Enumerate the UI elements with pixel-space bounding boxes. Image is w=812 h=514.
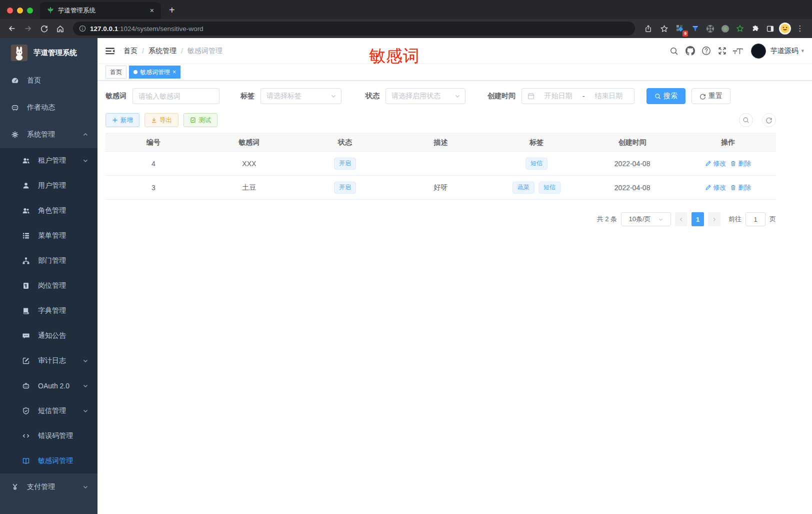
delete-link[interactable]: 删除 <box>730 183 751 192</box>
extension-record-icon[interactable] <box>718 22 732 36</box>
sidebar-item-audit[interactable]: 审计日志 <box>0 348 98 373</box>
col-ops: 操作 <box>680 138 776 147</box>
shield-check-icon <box>22 407 30 415</box>
extension-funnel-icon[interactable] <box>688 22 702 36</box>
sidebar-item-oauth[interactable]: OAuth 2.0 <box>0 373 98 398</box>
sidebar-item-tenant[interactable]: 租户管理 <box>0 148 98 173</box>
sidebar-item-dept[interactable]: 部门管理 <box>0 248 98 273</box>
sidebar-item-post[interactable]: 岗位管理 <box>0 273 98 298</box>
page-number-button[interactable]: 1 <box>692 212 704 226</box>
extension-star-icon[interactable] <box>733 22 747 36</box>
extension-command-icon[interactable] <box>703 22 717 36</box>
org-chart-icon <box>22 257 30 265</box>
next-page-button[interactable] <box>708 212 720 226</box>
author-chat-icon <box>11 104 19 112</box>
goto-label: 前往 <box>728 215 742 224</box>
sensitive-word-table: 编号 敏感词 状态 描述 标签 创建时间 操作 4 XXX 开启 短信 <box>106 133 776 200</box>
sidebar-item-role[interactable]: 角色管理 <box>0 198 98 223</box>
tag-select[interactable]: 请选择标签 <box>260 88 342 104</box>
sidebar-item-home[interactable]: 首页 <box>0 67 98 94</box>
sidebar-item-sensitive-word[interactable]: 敏感词管理 <box>0 448 98 473</box>
tag-sensitive-word[interactable]: 敏感词管理 × <box>129 66 180 79</box>
status-select[interactable]: 请选择启用状态 <box>386 88 466 104</box>
fullscreen-icon[interactable] <box>714 43 730 59</box>
breadcrumb-current: 敏感词管理 <box>188 47 222 56</box>
collapse-sidebar-icon[interactable] <box>104 46 116 57</box>
reset-button[interactable]: 重置 <box>692 88 730 104</box>
tag-home[interactable]: 首页 <box>106 66 126 79</box>
breadcrumb-system[interactable]: 系统管理 <box>148 47 176 56</box>
zoom-window-button[interactable] <box>27 8 33 14</box>
sidebar-item-author-news[interactable]: 作者动态 <box>0 94 98 121</box>
sidebar-item-dict[interactable]: 字典管理 <box>0 298 98 323</box>
new-tab-button[interactable]: + <box>161 5 183 19</box>
sidebar-logo[interactable]: 芋道管理系统 <box>0 38 98 67</box>
robot-icon <box>22 382 30 390</box>
add-button[interactable]: 新增 <box>106 113 140 127</box>
help-icon[interactable] <box>698 43 714 59</box>
page-size-select[interactable]: 10条/页 <box>621 212 671 226</box>
tag-close-icon[interactable]: × <box>172 69 176 76</box>
bookmark-star-icon[interactable] <box>657 22 671 36</box>
notice-chat-icon <box>22 332 30 340</box>
browser-menu-kebab-icon[interactable]: ⋮ <box>793 22 807 36</box>
tab-close-icon[interactable]: × <box>148 7 156 15</box>
chevron-down-icon <box>82 408 88 414</box>
chevron-down-icon <box>454 93 460 99</box>
gear-icon <box>11 131 19 139</box>
side-panel-icon[interactable] <box>763 22 777 36</box>
export-button[interactable]: 导出 <box>144 113 178 127</box>
site-info-icon[interactable] <box>79 25 86 32</box>
sidebar-item-menu[interactable]: 菜单管理 <box>0 223 98 248</box>
chevron-down-icon <box>330 93 336 99</box>
test-button[interactable]: 测试 <box>184 113 218 127</box>
app-root: 芋道管理系统 首页 作者动态 系统管理 <box>0 38 812 514</box>
breadcrumb-home[interactable]: 首页 <box>124 47 138 56</box>
goto-page-input[interactable] <box>746 212 766 226</box>
reload-icon[interactable] <box>37 22 51 36</box>
user-menu-caret-icon[interactable]: ▾ <box>801 48 804 54</box>
dict-book-icon <box>22 307 30 315</box>
edit-link[interactable]: 修改 <box>705 159 726 168</box>
minimize-window-button[interactable] <box>17 8 23 14</box>
goto-unit-label: 页 <box>770 215 776 224</box>
font-size-icon[interactable] <box>730 43 746 59</box>
post-badge-icon <box>22 282 30 290</box>
profile-emoji-avatar[interactable] <box>778 22 792 36</box>
forward-icon[interactable] <box>21 22 35 36</box>
share-icon[interactable] <box>641 22 655 36</box>
address-bar[interactable]: 127.0.0.1:1024/system/sensitive-word <box>73 22 635 36</box>
keyword-input[interactable] <box>138 92 214 100</box>
tags-view-bar: 首页 敏感词管理 × <box>98 64 812 81</box>
cell-id: 3 <box>106 184 202 192</box>
sidebar-item-system[interactable]: 系统管理 <box>0 121 98 148</box>
puzzle-extensions-icon[interactable] <box>748 22 762 36</box>
extension-grid-icon[interactable]: 9 <box>673 22 687 36</box>
back-icon[interactable] <box>5 22 19 36</box>
search-icon[interactable] <box>666 43 682 59</box>
breadcrumb: 首页 / 系统管理 / 敏感词管理 <box>124 47 222 56</box>
browser-tab[interactable]: 芋道管理系统 × <box>40 2 161 19</box>
extensions-area: 9 ⋮ <box>673 22 807 36</box>
tab-title: 芋道管理系统 <box>58 7 148 15</box>
sidebar-item-sms[interactable]: 短信管理 <box>0 398 98 423</box>
date-range-picker[interactable]: 开始日期 - 结束日期 <box>522 88 634 104</box>
user-avatar[interactable] <box>751 44 766 59</box>
main-area: 首页 / 系统管理 / 敏感词管理 芋道源码 ▾ 首页 <box>98 38 812 514</box>
search-button[interactable]: 搜索 <box>646 88 686 104</box>
cell-time: 2022-04-08 <box>584 160 680 168</box>
sidebar-item-user[interactable]: 用户管理 <box>0 173 98 198</box>
delete-link[interactable]: 删除 <box>730 159 751 168</box>
sidebar-item-errcode[interactable]: 错误码管理 <box>0 423 98 448</box>
sidebar-item-pay[interactable]: 支付管理 <box>0 473 98 500</box>
prev-page-button[interactable] <box>675 212 688 226</box>
col-id: 编号 <box>106 138 202 147</box>
show-search-toggle-button[interactable] <box>739 113 753 127</box>
sidebar-item-notice[interactable]: 通知公告 <box>0 323 98 348</box>
close-window-button[interactable] <box>7 8 13 14</box>
github-icon[interactable] <box>682 43 698 59</box>
refresh-table-button[interactable] <box>762 113 776 127</box>
table-row: 3 土豆 开启 好呀 蔬菜 短信 2022-04-08 修改 删除 <box>106 175 776 199</box>
home-icon[interactable] <box>53 22 67 36</box>
edit-link[interactable]: 修改 <box>705 183 726 192</box>
